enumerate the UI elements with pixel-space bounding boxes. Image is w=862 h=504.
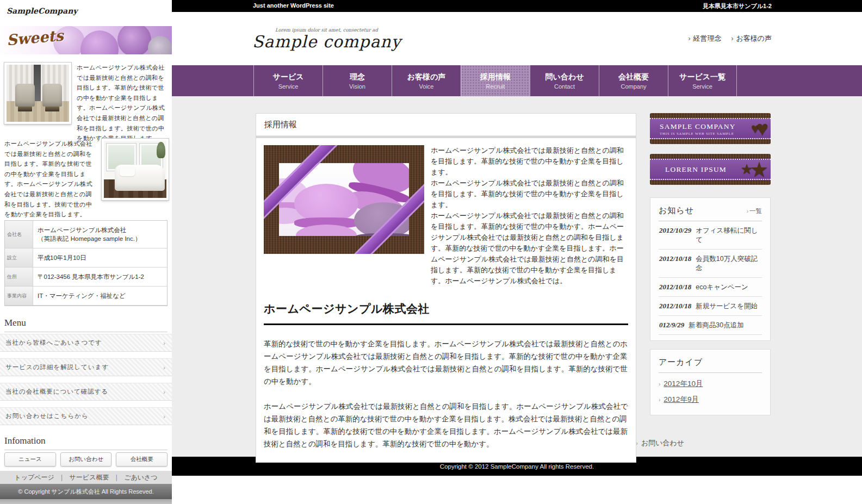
about-text: ホームページサンプル株式会社では最新技術と自然との調和を目指します。革新的な技術… — [4, 139, 96, 220]
sweets-banner-image: Sweets — [0, 26, 172, 54]
sidebar-footer-link-top[interactable]: トップページ — [14, 473, 54, 482]
header-link-label: お客様の声 — [736, 34, 772, 43]
chairs-photo — [4, 63, 71, 124]
news-date: 2012/10/18 — [659, 254, 691, 263]
news-item[interactable]: 2012/10/18 ecoキャンペーン — [659, 278, 762, 297]
footer-copyright: Copyright © 2012 SampleCompany All right… — [440, 463, 594, 470]
sidebar-footer-link-greeting[interactable]: ごあいさつ — [124, 473, 157, 482]
separator: ｜ — [113, 473, 120, 482]
sidebar-menu-heading: Menu — [4, 318, 168, 332]
left-sidebar: SampleCompany Sweets ホームページサンプル株式会社では最新技… — [0, 0, 172, 504]
footer-link-label: お問い合わせ — [641, 438, 684, 448]
nav-tab-label-jp: 問い合わせ — [545, 72, 584, 82]
lorem-ipsum-banner[interactable]: LORERN IPSUM ★ ★ — [650, 154, 771, 185]
archive-title: アーカイブ — [659, 357, 703, 368]
table-row: 会社名 ホームページサンプル株式会社 （英語表記 Homepage sample… — [5, 221, 167, 248]
macaron-shape — [80, 30, 119, 54]
information-button[interactable]: お問い合わせ — [60, 452, 112, 466]
sidebar-menu-item[interactable]: 当社の会社概要について確認する › — [0, 383, 172, 401]
nav-spacer-right — [737, 65, 862, 96]
header-link-label: 経営理念 — [693, 34, 721, 43]
sidebar-footer-link-service[interactable]: サービス概要 — [70, 473, 109, 482]
sidebar-menu-item[interactable]: お問い合わせはこちらから › — [0, 407, 172, 425]
table-row-value: 〒012-3456 見本県見本市サンプル1-2 — [33, 267, 167, 286]
archive-box-header: アーカイブ — [659, 357, 762, 373]
news-item[interactable]: 2012/10/18 会員数10万人突破記念 — [659, 250, 762, 278]
header-link-philosophy[interactable]: › 経営理念 — [688, 34, 721, 43]
nav-tab-label-jp: お客様の声 — [407, 72, 446, 82]
news-date: 2012/10/18 — [659, 302, 691, 310]
chevron-right-icon: › — [688, 35, 690, 42]
news-item[interactable]: 012/9/29 新着商品30点追加 — [659, 316, 762, 335]
nav-spacer-left — [172, 65, 253, 96]
menu-item-label: サービスの詳細を解説しています — [5, 363, 109, 371]
news-text: オフィス移転に関して — [696, 226, 761, 245]
separator: ｜ — [59, 473, 65, 482]
archive-link[interactable]: 2012年9月 — [663, 395, 699, 405]
top-bar: Just another WordPress site 見本県見本市サンプル1-… — [172, 0, 862, 12]
logo-tagline: Lorem ipsum dolor sit amet, consectetur … — [275, 27, 378, 33]
sofa-photo — [102, 139, 169, 200]
recruit-content-box: 採用情報 ホームページサンプル株式会社では最新技術と自然との調和を — [256, 113, 636, 463]
nav-tab-label-en: Voice — [419, 83, 434, 90]
header-links: › 経営理念 › お客様の声 — [688, 34, 772, 43]
nav-tab[interactable]: 会社概要 Company — [599, 65, 668, 96]
body-paragraph-1: 革新的な技術で世の中を動かす企業を目指します。ホームページサンプル株式会社では最… — [264, 338, 628, 388]
section-heading: ホームページサンプル株式会社 — [264, 301, 628, 325]
nav-tab-label-jp: 会社概要 — [618, 72, 649, 82]
nav-tab-label-jp: サービス一覧 — [679, 72, 725, 82]
chevron-right-icon: › — [163, 413, 165, 420]
intro-row: ホームページサンプル株式会社では最新技術と自然との調和を目指します。革新的な技術… — [264, 145, 628, 287]
nav-tab-label-en: Recruit — [486, 83, 505, 90]
menu-item-label: 当社から皆様へごあいさつです — [5, 339, 102, 347]
chevron-right-icon: › — [163, 340, 165, 346]
main-navigation: サービス Service 理念 Vision お客様の声 Voice 採用情報 … — [172, 65, 862, 96]
recruit-macarons-image — [264, 145, 424, 254]
table-row-label: 住所 — [5, 267, 33, 286]
nav-tab-label-en: Vision — [349, 83, 365, 90]
nav-tabs: サービス Service 理念 Vision お客様の声 Voice 採用情報 … — [253, 65, 737, 96]
sidebar-information-heading: Infomation — [4, 435, 168, 450]
news-list-link[interactable]: ›一覧 — [747, 207, 762, 215]
nav-tab[interactable]: 理念 Vision — [323, 65, 392, 96]
nav-tab[interactable]: お客様の声 Voice — [392, 65, 461, 96]
news-item[interactable]: 2012/10/29 オフィス移転に関して — [659, 221, 762, 250]
archive-item: › 2012年9月 — [659, 395, 762, 405]
nav-tab[interactable]: サービス Service — [253, 65, 323, 96]
archive-link[interactable]: 2012年10月 — [663, 379, 703, 389]
hearts-icon: ♥ ♥ — [751, 113, 768, 144]
news-text: ecoキャンペーン — [696, 283, 748, 292]
intro-text: ホームページサンプル株式会社では最新技術と自然との調和を目指します。革新的な技術… — [431, 145, 628, 287]
content-area: 採用情報 ホームページサンプル株式会社では最新技術と自然との調和を — [172, 96, 862, 430]
news-text: 会員数10万人突破記念 — [696, 254, 761, 273]
logo-text: Sample company — [252, 32, 401, 51]
pillow-shape — [120, 166, 135, 176]
news-date: 2012/10/18 — [659, 283, 691, 291]
table-row-value: ホームページサンプル株式会社 （英語表記 Homepage sample Inc… — [33, 221, 167, 248]
site-logo[interactable]: Lorem ipsum dolor sit amet, consectetur … — [252, 27, 401, 51]
table-row-label: 事業内容 — [5, 287, 33, 305]
sample-company-banner[interactable]: SAMPLE COMPANY THIS IS SAMPLE WEB SITE S… — [650, 113, 771, 144]
sidebar-menu-item[interactable]: サービスの詳細を解説しています › — [0, 358, 172, 376]
footer-link[interactable]: › お問い合わせ — [636, 438, 684, 448]
news-item[interactable]: 2012/10/18 新規サービスを開始 — [659, 297, 762, 316]
nav-tab-label-jp: サービス — [273, 72, 304, 82]
main-region: Just another WordPress site 見本県見本市サンプル1-… — [172, 0, 862, 504]
nav-tab[interactable]: 問い合わせ Contact — [530, 65, 599, 96]
sidebar-about-block-1: ホームページサンプル株式会社では最新技術と自然との調和を目指します。革新的な技術… — [4, 63, 169, 144]
nav-tab[interactable]: サービス一覧 Service — [668, 65, 737, 96]
site-header: Lorem ipsum dolor sit amet, consectetur … — [172, 12, 862, 65]
content-body: ホームページサンプル株式会社では最新技術と自然との調和を目指します。革新的な技術… — [256, 138, 636, 462]
nav-tab-label-jp: 採用情報 — [480, 72, 511, 82]
information-button[interactable]: 会社概要 — [116, 452, 168, 466]
nav-tab[interactable]: 採用情報 Recruit — [461, 65, 530, 96]
information-button[interactable]: ニュース — [4, 452, 56, 466]
chevron-right-icon: › — [659, 397, 660, 403]
sidebar-menu-item[interactable]: 当社から皆様へごあいさつです › — [0, 334, 172, 352]
header-link-voice[interactable]: › お客様の声 — [731, 34, 772, 43]
chevron-right-icon: › — [747, 208, 748, 214]
news-box: お知らせ ›一覧 2012/10/29 オフィス移転に関して 2012/10/1… — [650, 197, 771, 341]
nav-tab-label-jp: 理念 — [350, 72, 365, 82]
table-row: 事業内容 IT・マーケティング・福祉など — [5, 287, 167, 306]
news-text: 新規サービスを開始 — [696, 302, 758, 311]
